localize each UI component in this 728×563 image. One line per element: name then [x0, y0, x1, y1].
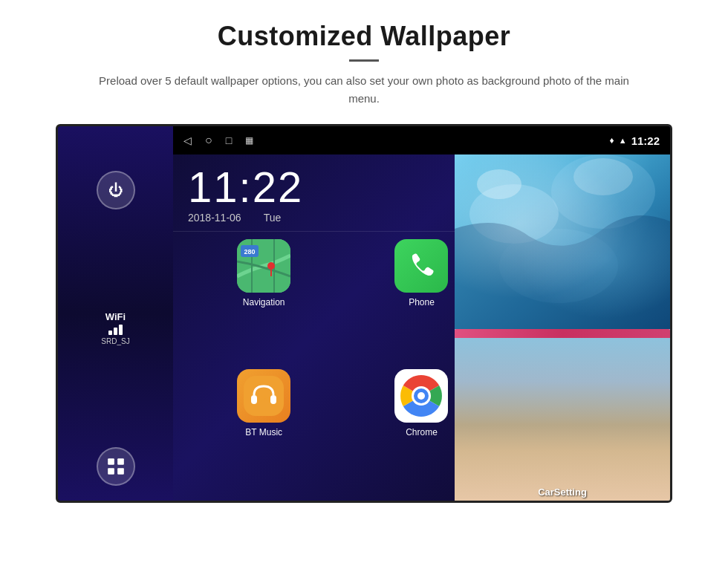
location-icon: ♦ — [610, 135, 614, 146]
svg-point-22 — [573, 158, 633, 195]
svg-line-33 — [598, 388, 670, 433]
page-wrapper: Customized Wallpaper Preload over 5 defa… — [0, 0, 728, 503]
app-phone-label: Phone — [409, 297, 435, 307]
wallpaper-carsetting-label: CarSetting — [538, 486, 587, 498]
title-divider — [349, 59, 379, 62]
clock-date: 2018-11-06 Tue — [188, 212, 444, 224]
recent-nav-icon[interactable]: □ — [226, 134, 232, 146]
nav-buttons: ◁ ○ □ ▦ — [183, 134, 253, 147]
app-bt-music-label: BT Music — [245, 427, 282, 437]
svg-text:B: B — [261, 394, 267, 404]
svg-point-25 — [458, 422, 666, 459]
chrome-logo-svg — [397, 372, 445, 420]
status-time: 11:22 — [631, 134, 660, 147]
apps-grid-button[interactable] — [97, 447, 135, 486]
back-nav-icon[interactable]: ◁ — [183, 134, 192, 146]
svg-point-19 — [551, 154, 655, 229]
bt-music-icon: B — [237, 369, 290, 423]
sidebar: ⏻ WiFi SRD_SJ — [58, 126, 173, 501]
svg-point-24 — [473, 403, 651, 448]
svg-line-32 — [598, 377, 670, 437]
page-title: Customized Wallpaper — [218, 21, 511, 52]
wifi-label: WiFi — [105, 311, 126, 322]
app-navigation-label: Navigation — [243, 297, 285, 307]
svg-rect-27 — [593, 374, 603, 470]
svg-rect-1 — [117, 458, 124, 465]
ice-svg — [455, 154, 670, 329]
svg-rect-0 — [108, 458, 114, 465]
grid-icon — [106, 457, 126, 476]
nav-map-bg: 280 — [237, 239, 290, 293]
wifi-widget[interactable]: WiFi SRD_SJ — [101, 311, 129, 345]
svg-rect-3 — [117, 468, 124, 475]
app-chrome-label: Chrome — [406, 427, 438, 437]
svg-point-18 — [469, 184, 559, 244]
svg-rect-10 — [251, 395, 257, 404]
wifi-status-icon: ▲ — [619, 136, 627, 145]
svg-line-30 — [455, 388, 527, 433]
wallpaper-preview-bridge[interactable]: CarSetting — [455, 329, 670, 503]
svg-line-31 — [598, 377, 670, 448]
clock-day: Tue — [264, 212, 282, 224]
power-button[interactable]: ⏻ — [97, 171, 135, 209]
media-nav-icon[interactable]: ▦ — [245, 135, 253, 146]
navigation-icon: 280 — [237, 239, 290, 293]
wifi-bar-3 — [119, 325, 123, 335]
app-bt-music[interactable]: B BT Music — [188, 369, 339, 493]
wifi-bar-2 — [114, 328, 117, 335]
svg-line-29 — [455, 377, 527, 437]
app-navigation[interactable]: 280 Navigation — [188, 239, 339, 363]
svg-point-8 — [267, 262, 275, 270]
svg-point-21 — [477, 169, 521, 199]
clock-date-value: 2018-11-06 — [188, 212, 241, 224]
status-right: ♦ ▲ 11:22 — [610, 134, 660, 147]
clock-info: 11:22 2018-11-06 Tue — [188, 162, 444, 224]
svg-rect-34 — [455, 454, 670, 461]
wallpaper-pink-bar — [455, 329, 670, 338]
wallpaper-previews: CarSetting — [455, 154, 670, 503]
nav-map-svg: 280 — [237, 239, 290, 293]
wifi-bars — [108, 325, 123, 335]
bridge-svg — [455, 329, 670, 503]
home-nav-icon[interactable]: ○ — [205, 134, 212, 147]
wallpaper-preview-ice[interactable] — [455, 154, 670, 329]
page-subtitle: Preload over 5 default wallpaper options… — [89, 72, 639, 108]
status-bar: ◁ ○ □ ▦ ♦ ▲ 11:22 — [173, 126, 670, 154]
svg-rect-23 — [455, 329, 670, 503]
svg-point-20 — [499, 229, 618, 303]
svg-rect-17 — [455, 154, 670, 329]
clock-display: 11:22 — [188, 162, 444, 212]
svg-text:280: 280 — [244, 248, 256, 256]
bt-headphone-svg: B — [244, 376, 284, 416]
wifi-ssid: SRD_SJ — [101, 337, 129, 345]
svg-rect-26 — [521, 374, 532, 470]
svg-rect-11 — [270, 395, 276, 404]
android-screen: ⏻ WiFi SRD_SJ — [56, 124, 672, 503]
svg-point-16 — [417, 392, 425, 400]
chrome-icon — [394, 369, 448, 423]
svg-line-28 — [455, 377, 527, 448]
svg-rect-2 — [108, 468, 114, 475]
phone-icon — [394, 239, 448, 293]
wifi-bar-1 — [108, 331, 112, 335]
phone-handset-icon — [406, 251, 436, 281]
